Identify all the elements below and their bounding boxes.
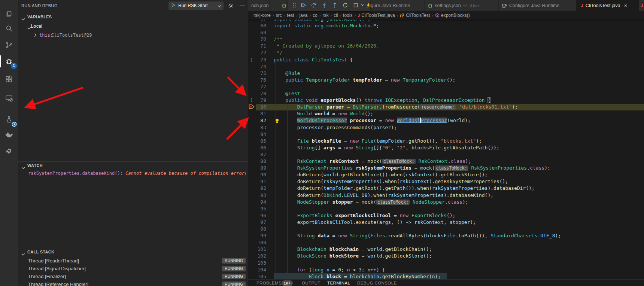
code-text: @Test bbox=[274, 91, 300, 96]
code-line[interactable]: 80 DslParser parser = DslParser.fromReso… bbox=[248, 104, 644, 110]
code-editor[interactable]: 67import static org.junit.Assert.*;68imp… bbox=[0, 0, 644, 279]
breadcrumb-item-clitoolstest[interactable]: CliToolsTest bbox=[400, 13, 430, 18]
code-line[interactable]: 97 exportBlocksCliTool.execute(args, () … bbox=[248, 219, 644, 226]
code-text: exportBlocksCliTool.execute(args, () -> … bbox=[274, 219, 476, 225]
code-line[interactable]: 93 doReturn(DbKind.LEVEL_DB).when(rskSys… bbox=[248, 192, 644, 199]
line-number: 103 bbox=[256, 260, 266, 266]
breadcrumb: rskj-core›src›test›java›co›rsk›cli›tools… bbox=[248, 11, 644, 19]
code-text: String[] args = new String[]{"0", "2", b… bbox=[274, 145, 499, 150]
java-symbol-icon: J bbox=[358, 13, 360, 18]
line-number: 105 bbox=[256, 274, 266, 279]
code-text: String data = new String(Files.readAllBy… bbox=[274, 233, 561, 238]
code-text: Block block = blockchain.getBlockByNumbe… bbox=[274, 274, 441, 279]
line-number: 79 bbox=[256, 97, 266, 103]
code-line[interactable]: 74 bbox=[248, 63, 644, 70]
code-line[interactable]: 69 bbox=[248, 29, 644, 36]
restart-icon[interactable] bbox=[341, 1, 350, 9]
panel-tab-problems[interactable]: PROBLEMS bbox=[256, 281, 282, 285]
line-number: 93 bbox=[256, 192, 266, 198]
code-line[interactable]: 70/** bbox=[248, 36, 644, 43]
hot-code-replace-icon[interactable] bbox=[364, 1, 373, 9]
code-line[interactable]: 82 WorldDslProcessor processor = new Wor… bbox=[248, 117, 644, 124]
breadcrumb-separator: › bbox=[395, 13, 400, 18]
code-line[interactable]: 95 bbox=[248, 206, 644, 212]
code-line[interactable]: 94 NodeStopper stopper = mock(classToMoc… bbox=[248, 199, 644, 206]
call-stack-thread-row[interactable]: Thread [Reference Handler]RUNNING bbox=[18, 280, 248, 286]
step-over-icon[interactable] bbox=[309, 1, 318, 9]
breadcrumb-item-java[interactable]: java bbox=[299, 13, 307, 18]
code-line[interactable]: 72 */ bbox=[248, 49, 644, 56]
code-line[interactable]: 104 for (long n = 0; n < 3; n++) { bbox=[248, 267, 644, 273]
panel-tab-terminal[interactable]: TERMINAL bbox=[327, 281, 350, 285]
code-text: RskContext rskContext = mock(classToMock… bbox=[274, 158, 471, 164]
code-text: DslParser parser = DslParser.fromResourc… bbox=[274, 104, 518, 110]
code-line[interactable]: 90 doReturn(world.getBlockStore()).when(… bbox=[248, 171, 644, 178]
code-text: public void exportBlocks() throws IOExce… bbox=[274, 97, 490, 103]
code-line[interactable]: 91 doReturn(rskSystemProperties).when(rs… bbox=[248, 178, 644, 185]
code-line[interactable]: )79 public void exportBlocks() throws IO… bbox=[248, 97, 644, 104]
code-line[interactable]: 71 * Created by ajlopez on 26/04/2020. bbox=[248, 43, 644, 49]
bottom-panel-tabs: PROBLEMS1K+OUTPUTTERMINALDEBUG CONSOLE bbox=[248, 279, 644, 286]
breadcrumb-item-rskj-core[interactable]: rskj-core bbox=[253, 13, 271, 18]
code-text: ExportBlocks exportBlocksCliTool = new E… bbox=[274, 213, 455, 218]
code-line[interactable]: 89 RskSystemProperties rskSystemProperti… bbox=[248, 165, 644, 171]
code-line[interactable]: 92 doReturn(tempFolder.getRoot().getPath… bbox=[248, 185, 644, 192]
breadcrumb-item-rsk[interactable]: rsk bbox=[322, 13, 328, 18]
code-text: BlockStore blockStore = world.getBlockSt… bbox=[274, 253, 432, 259]
code-line[interactable]: 78 @Test bbox=[248, 90, 644, 97]
code-line[interactable]: 84 bbox=[248, 131, 644, 138]
code-line[interactable]: 76 public TemporaryFolder tempFolder = n… bbox=[248, 77, 644, 83]
line-number: 80 bbox=[256, 104, 266, 110]
drag-grip-icon[interactable] bbox=[290, 1, 299, 9]
breakpoint-current-line-icon[interactable] bbox=[249, 104, 255, 110]
code-text: RskSystemProperties rskSystemProperties … bbox=[274, 165, 550, 171]
code-line[interactable]: 103 bbox=[248, 260, 644, 267]
code-line[interactable]: 77 bbox=[248, 83, 644, 90]
code-line[interactable]: 68import static org.mockito.Mockito.*; bbox=[248, 22, 644, 29]
line-number: 82 bbox=[256, 118, 266, 123]
code-text: doReturn(DbKind.LEVEL_DB).when(rskSystem… bbox=[274, 192, 493, 198]
breadcrumb-item-exportblocks-[interactable]: exportBlocks() bbox=[435, 13, 470, 18]
code-line[interactable]: 87 bbox=[248, 151, 644, 158]
breadcrumb-item-src[interactable]: src bbox=[276, 13, 282, 18]
code-line[interactable]: 85 File blocksFile = new File(tempFolder… bbox=[248, 138, 644, 144]
step-out-icon[interactable] bbox=[330, 1, 339, 9]
code-text: WorldDslProcessor processor = new WorldD… bbox=[274, 118, 471, 123]
code-text: World world = new World(); bbox=[274, 111, 373, 116]
code-line[interactable]: 88 RskContext rskContext = mock(classToM… bbox=[248, 158, 644, 165]
breadcrumb-separator: › bbox=[338, 13, 343, 18]
line-number: 100 bbox=[256, 240, 266, 245]
code-text: /** bbox=[274, 36, 282, 42]
code-line[interactable]: 75 @Rule bbox=[248, 70, 644, 77]
breadcrumb-item-test[interactable]: test bbox=[287, 13, 294, 18]
code-line[interactable]: 100 bbox=[248, 239, 644, 246]
code-text: */ bbox=[274, 50, 282, 55]
panel-tab-output[interactable]: OUTPUT bbox=[302, 281, 321, 285]
code-line[interactable]: 102 BlockStore blockStore = world.getBlo… bbox=[248, 253, 644, 259]
code-line[interactable]: 101 Blockchain blockchain = world.getBlo… bbox=[248, 246, 644, 253]
thread-label: Thread [Reference Handler] bbox=[28, 282, 88, 286]
step-into-icon[interactable] bbox=[320, 1, 329, 9]
line-number: 98 bbox=[256, 226, 266, 232]
line-number: 68 bbox=[256, 23, 266, 28]
debug-toolbar[interactable] bbox=[288, 0, 370, 11]
line-number: 96 bbox=[256, 213, 266, 218]
code-line[interactable]: 81 World world = new World(); bbox=[248, 110, 644, 117]
code-line[interactable]: )73public class CliToolsTest { bbox=[248, 57, 644, 63]
code-line[interactable]: 83 processor.processCommands(parser); bbox=[248, 124, 644, 131]
continue-icon[interactable] bbox=[299, 1, 308, 9]
breadcrumb-item-tools[interactable]: tools bbox=[343, 13, 352, 18]
line-number: 81 bbox=[256, 111, 266, 116]
panel-tab-debug-console[interactable]: DEBUG CONSOLE bbox=[357, 281, 397, 285]
breadcrumb-item-clitoolstest-java[interactable]: JCliToolsTest.java bbox=[358, 13, 395, 18]
code-text: processor.processCommands(parser); bbox=[274, 125, 397, 130]
breadcrumb-item-co[interactable]: co bbox=[313, 13, 318, 18]
code-line[interactable]: 98 bbox=[248, 226, 644, 232]
code-line[interactable]: 99 String data = new String(Files.readAl… bbox=[248, 232, 644, 239]
breadcrumb-item-cli[interactable]: cli bbox=[334, 13, 338, 18]
breadcrumb-separator: › bbox=[430, 13, 435, 18]
line-number: 74 bbox=[256, 64, 266, 69]
stop-icon[interactable] bbox=[351, 1, 360, 9]
code-line[interactable]: 96 ExportBlocks exportBlocksCliTool = ne… bbox=[248, 212, 644, 219]
code-line[interactable]: 86 String[] args = new String[]{"0", "2"… bbox=[248, 144, 644, 151]
